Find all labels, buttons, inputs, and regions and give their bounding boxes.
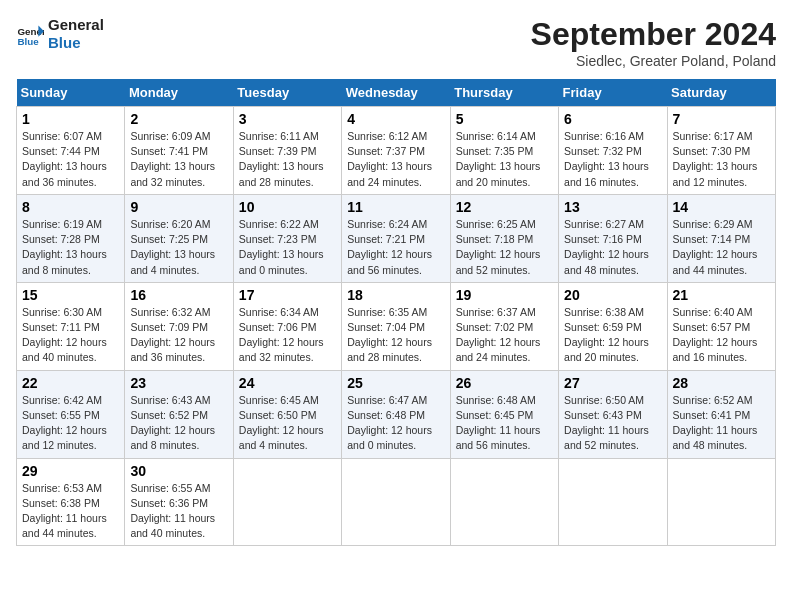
day-info: Sunrise: 6:07 AM Sunset: 7:44 PM Dayligh… xyxy=(22,129,119,190)
day-cell: 11Sunrise: 6:24 AM Sunset: 7:21 PM Dayli… xyxy=(342,194,450,282)
day-info: Sunrise: 6:24 AM Sunset: 7:21 PM Dayligh… xyxy=(347,217,444,278)
day-info: Sunrise: 6:20 AM Sunset: 7:25 PM Dayligh… xyxy=(130,217,227,278)
day-cell: 5Sunrise: 6:14 AM Sunset: 7:35 PM Daylig… xyxy=(450,107,558,195)
day-number: 19 xyxy=(456,287,553,303)
day-info: Sunrise: 6:11 AM Sunset: 7:39 PM Dayligh… xyxy=(239,129,336,190)
day-info: Sunrise: 6:47 AM Sunset: 6:48 PM Dayligh… xyxy=(347,393,444,454)
day-info: Sunrise: 6:17 AM Sunset: 7:30 PM Dayligh… xyxy=(673,129,770,190)
day-info: Sunrise: 6:53 AM Sunset: 6:38 PM Dayligh… xyxy=(22,481,119,542)
day-number: 11 xyxy=(347,199,444,215)
day-number: 27 xyxy=(564,375,661,391)
page-header: General Blue General Blue September 2024… xyxy=(16,16,776,69)
day-cell xyxy=(450,458,558,546)
day-cell: 30Sunrise: 6:55 AM Sunset: 6:36 PM Dayli… xyxy=(125,458,233,546)
day-cell: 20Sunrise: 6:38 AM Sunset: 6:59 PM Dayli… xyxy=(559,282,667,370)
header-day-wednesday: Wednesday xyxy=(342,79,450,107)
day-cell: 9Sunrise: 6:20 AM Sunset: 7:25 PM Daylig… xyxy=(125,194,233,282)
day-info: Sunrise: 6:34 AM Sunset: 7:06 PM Dayligh… xyxy=(239,305,336,366)
day-info: Sunrise: 6:50 AM Sunset: 6:43 PM Dayligh… xyxy=(564,393,661,454)
day-cell: 29Sunrise: 6:53 AM Sunset: 6:38 PM Dayli… xyxy=(17,458,125,546)
day-number: 28 xyxy=(673,375,770,391)
day-cell: 19Sunrise: 6:37 AM Sunset: 7:02 PM Dayli… xyxy=(450,282,558,370)
day-cell xyxy=(667,458,775,546)
location: Siedlec, Greater Poland, Poland xyxy=(531,53,776,69)
day-info: Sunrise: 6:09 AM Sunset: 7:41 PM Dayligh… xyxy=(130,129,227,190)
day-cell: 3Sunrise: 6:11 AM Sunset: 7:39 PM Daylig… xyxy=(233,107,341,195)
day-info: Sunrise: 6:35 AM Sunset: 7:04 PM Dayligh… xyxy=(347,305,444,366)
day-number: 6 xyxy=(564,111,661,127)
day-number: 5 xyxy=(456,111,553,127)
day-info: Sunrise: 6:38 AM Sunset: 6:59 PM Dayligh… xyxy=(564,305,661,366)
day-number: 7 xyxy=(673,111,770,127)
header-day-monday: Monday xyxy=(125,79,233,107)
calendar-table: SundayMondayTuesdayWednesdayThursdayFrid… xyxy=(16,79,776,546)
week-row-5: 29Sunrise: 6:53 AM Sunset: 6:38 PM Dayli… xyxy=(17,458,776,546)
day-cell: 28Sunrise: 6:52 AM Sunset: 6:41 PM Dayli… xyxy=(667,370,775,458)
logo-line2: Blue xyxy=(48,34,104,52)
day-number: 18 xyxy=(347,287,444,303)
day-cell xyxy=(559,458,667,546)
month-title: September 2024 xyxy=(531,16,776,53)
day-cell: 21Sunrise: 6:40 AM Sunset: 6:57 PM Dayli… xyxy=(667,282,775,370)
day-number: 15 xyxy=(22,287,119,303)
day-info: Sunrise: 6:55 AM Sunset: 6:36 PM Dayligh… xyxy=(130,481,227,542)
day-cell: 23Sunrise: 6:43 AM Sunset: 6:52 PM Dayli… xyxy=(125,370,233,458)
header-day-tuesday: Tuesday xyxy=(233,79,341,107)
day-number: 26 xyxy=(456,375,553,391)
header-day-friday: Friday xyxy=(559,79,667,107)
week-row-4: 22Sunrise: 6:42 AM Sunset: 6:55 PM Dayli… xyxy=(17,370,776,458)
day-info: Sunrise: 6:12 AM Sunset: 7:37 PM Dayligh… xyxy=(347,129,444,190)
day-number: 4 xyxy=(347,111,444,127)
day-info: Sunrise: 6:45 AM Sunset: 6:50 PM Dayligh… xyxy=(239,393,336,454)
day-cell: 10Sunrise: 6:22 AM Sunset: 7:23 PM Dayli… xyxy=(233,194,341,282)
header-day-sunday: Sunday xyxy=(17,79,125,107)
day-cell: 1Sunrise: 6:07 AM Sunset: 7:44 PM Daylig… xyxy=(17,107,125,195)
day-number: 17 xyxy=(239,287,336,303)
day-cell: 14Sunrise: 6:29 AM Sunset: 7:14 PM Dayli… xyxy=(667,194,775,282)
day-number: 24 xyxy=(239,375,336,391)
day-cell: 7Sunrise: 6:17 AM Sunset: 7:30 PM Daylig… xyxy=(667,107,775,195)
day-cell: 15Sunrise: 6:30 AM Sunset: 7:11 PM Dayli… xyxy=(17,282,125,370)
day-info: Sunrise: 6:37 AM Sunset: 7:02 PM Dayligh… xyxy=(456,305,553,366)
logo-icon: General Blue xyxy=(16,20,44,48)
logo-line1: General xyxy=(48,16,104,34)
day-number: 2 xyxy=(130,111,227,127)
day-number: 22 xyxy=(22,375,119,391)
day-info: Sunrise: 6:27 AM Sunset: 7:16 PM Dayligh… xyxy=(564,217,661,278)
day-number: 21 xyxy=(673,287,770,303)
day-info: Sunrise: 6:40 AM Sunset: 6:57 PM Dayligh… xyxy=(673,305,770,366)
day-number: 29 xyxy=(22,463,119,479)
day-info: Sunrise: 6:19 AM Sunset: 7:28 PM Dayligh… xyxy=(22,217,119,278)
day-cell: 12Sunrise: 6:25 AM Sunset: 7:18 PM Dayli… xyxy=(450,194,558,282)
day-cell: 27Sunrise: 6:50 AM Sunset: 6:43 PM Dayli… xyxy=(559,370,667,458)
day-info: Sunrise: 6:52 AM Sunset: 6:41 PM Dayligh… xyxy=(673,393,770,454)
day-number: 13 xyxy=(564,199,661,215)
day-number: 30 xyxy=(130,463,227,479)
day-info: Sunrise: 6:30 AM Sunset: 7:11 PM Dayligh… xyxy=(22,305,119,366)
day-cell xyxy=(342,458,450,546)
day-info: Sunrise: 6:42 AM Sunset: 6:55 PM Dayligh… xyxy=(22,393,119,454)
day-cell xyxy=(233,458,341,546)
day-cell: 2Sunrise: 6:09 AM Sunset: 7:41 PM Daylig… xyxy=(125,107,233,195)
week-row-2: 8Sunrise: 6:19 AM Sunset: 7:28 PM Daylig… xyxy=(17,194,776,282)
day-cell: 4Sunrise: 6:12 AM Sunset: 7:37 PM Daylig… xyxy=(342,107,450,195)
day-cell: 8Sunrise: 6:19 AM Sunset: 7:28 PM Daylig… xyxy=(17,194,125,282)
day-cell: 25Sunrise: 6:47 AM Sunset: 6:48 PM Dayli… xyxy=(342,370,450,458)
day-cell: 18Sunrise: 6:35 AM Sunset: 7:04 PM Dayli… xyxy=(342,282,450,370)
header-row: SundayMondayTuesdayWednesdayThursdayFrid… xyxy=(17,79,776,107)
day-info: Sunrise: 6:32 AM Sunset: 7:09 PM Dayligh… xyxy=(130,305,227,366)
day-number: 23 xyxy=(130,375,227,391)
day-number: 16 xyxy=(130,287,227,303)
header-day-saturday: Saturday xyxy=(667,79,775,107)
day-info: Sunrise: 6:48 AM Sunset: 6:45 PM Dayligh… xyxy=(456,393,553,454)
day-number: 9 xyxy=(130,199,227,215)
day-info: Sunrise: 6:43 AM Sunset: 6:52 PM Dayligh… xyxy=(130,393,227,454)
day-cell: 26Sunrise: 6:48 AM Sunset: 6:45 PM Dayli… xyxy=(450,370,558,458)
day-number: 20 xyxy=(564,287,661,303)
day-cell: 24Sunrise: 6:45 AM Sunset: 6:50 PM Dayli… xyxy=(233,370,341,458)
day-cell: 16Sunrise: 6:32 AM Sunset: 7:09 PM Dayli… xyxy=(125,282,233,370)
day-number: 8 xyxy=(22,199,119,215)
day-cell: 13Sunrise: 6:27 AM Sunset: 7:16 PM Dayli… xyxy=(559,194,667,282)
day-cell: 22Sunrise: 6:42 AM Sunset: 6:55 PM Dayli… xyxy=(17,370,125,458)
day-number: 25 xyxy=(347,375,444,391)
